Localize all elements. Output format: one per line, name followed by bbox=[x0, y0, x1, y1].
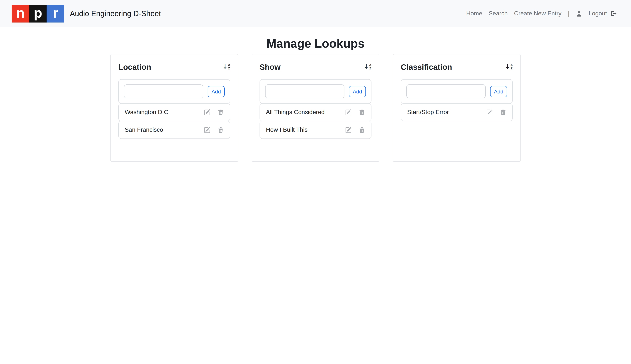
edit-item-button[interactable] bbox=[204, 127, 210, 133]
nav-separator: | bbox=[568, 10, 569, 17]
list-item: Washington D.C bbox=[118, 103, 230, 121]
npr-logo-letter-n: n bbox=[12, 5, 29, 22]
logout-icon bbox=[610, 10, 617, 17]
add-row: Add bbox=[401, 79, 513, 104]
brand-title: Audio Engineering D-Sheet bbox=[70, 9, 161, 18]
list-item: How I Built This bbox=[259, 121, 372, 139]
trash-icon bbox=[217, 127, 224, 133]
delete-item-button[interactable] bbox=[359, 127, 365, 133]
add-button[interactable]: Add bbox=[349, 86, 366, 97]
lookup-card-show: Show ↓ AZ Add All Things Considered bbox=[252, 54, 379, 162]
pencil-square-icon bbox=[345, 127, 352, 133]
pencil-square-icon bbox=[204, 127, 210, 133]
add-button[interactable]: Add bbox=[490, 86, 507, 97]
delete-item-button[interactable] bbox=[217, 127, 224, 133]
item-label: San Francisco bbox=[125, 126, 163, 133]
lookup-card-classification: Classification ↓ AZ Add Start/Stop Error bbox=[393, 54, 521, 162]
npr-logo-letter-p: p bbox=[29, 5, 47, 22]
trash-icon bbox=[500, 109, 506, 116]
edit-item-button[interactable] bbox=[345, 109, 352, 116]
item-label: How I Built This bbox=[266, 126, 307, 133]
list-item: San Francisco bbox=[118, 121, 230, 139]
sort-button[interactable]: ↓ AZ bbox=[222, 64, 230, 70]
npr-logo-letter-r: r bbox=[47, 5, 64, 22]
card-title: Classification bbox=[401, 62, 452, 73]
sort-button[interactable]: ↓ AZ bbox=[505, 64, 513, 70]
add-row: Add bbox=[118, 79, 230, 104]
new-item-input[interactable] bbox=[124, 84, 203, 98]
main-nav: Home Search Create New Entry | Logout bbox=[466, 10, 617, 17]
item-label: All Things Considered bbox=[266, 109, 325, 116]
card-title: Show bbox=[259, 62, 280, 73]
user-icon bbox=[576, 10, 582, 17]
logout-label: Logout bbox=[588, 10, 607, 17]
page-title: Manage Lookups bbox=[0, 35, 631, 52]
pencil-square-icon bbox=[345, 109, 352, 116]
nav-search[interactable]: Search bbox=[489, 10, 508, 17]
lookup-cards-grid: Location ↓ AZ Add Washington D.C bbox=[0, 54, 631, 182]
sort-alpha-down-icon: ↓ bbox=[222, 64, 228, 70]
list-item: Start/Stop Error bbox=[401, 103, 513, 121]
sort-button[interactable]: ↓ AZ bbox=[364, 64, 372, 70]
item-label: Washington D.C bbox=[125, 109, 168, 116]
list-item: All Things Considered bbox=[259, 103, 372, 121]
pencil-square-icon bbox=[204, 109, 210, 116]
app-root: n p r Audio Engineering D-Sheet Home Sea… bbox=[0, 0, 631, 182]
nav-home[interactable]: Home bbox=[466, 10, 482, 17]
edit-item-button[interactable] bbox=[486, 109, 493, 116]
item-label: Start/Stop Error bbox=[407, 109, 449, 116]
edit-item-button[interactable] bbox=[345, 127, 352, 133]
sort-alpha-down-icon: ↓ bbox=[505, 64, 510, 70]
trash-icon bbox=[359, 127, 365, 133]
new-item-input[interactable] bbox=[265, 84, 345, 98]
nav-create-new-entry[interactable]: Create New Entry bbox=[514, 10, 561, 17]
delete-item-button[interactable] bbox=[217, 109, 224, 116]
edit-item-button[interactable] bbox=[204, 109, 210, 116]
npr-logo: n p r bbox=[12, 5, 64, 22]
pencil-square-icon bbox=[486, 109, 493, 116]
new-item-input[interactable] bbox=[406, 84, 486, 98]
trash-icon bbox=[217, 109, 224, 116]
trash-icon bbox=[359, 109, 365, 116]
lookup-card-location: Location ↓ AZ Add Washington D.C bbox=[110, 54, 238, 162]
add-row: Add bbox=[259, 79, 372, 104]
delete-item-button[interactable] bbox=[500, 109, 506, 116]
add-button[interactable]: Add bbox=[208, 86, 225, 97]
sort-alpha-down-icon: ↓ bbox=[364, 64, 369, 70]
nav-logout[interactable]: Logout bbox=[588, 10, 617, 17]
app-header: n p r Audio Engineering D-Sheet Home Sea… bbox=[0, 0, 631, 27]
card-title: Location bbox=[118, 62, 151, 73]
delete-item-button[interactable] bbox=[359, 109, 365, 116]
